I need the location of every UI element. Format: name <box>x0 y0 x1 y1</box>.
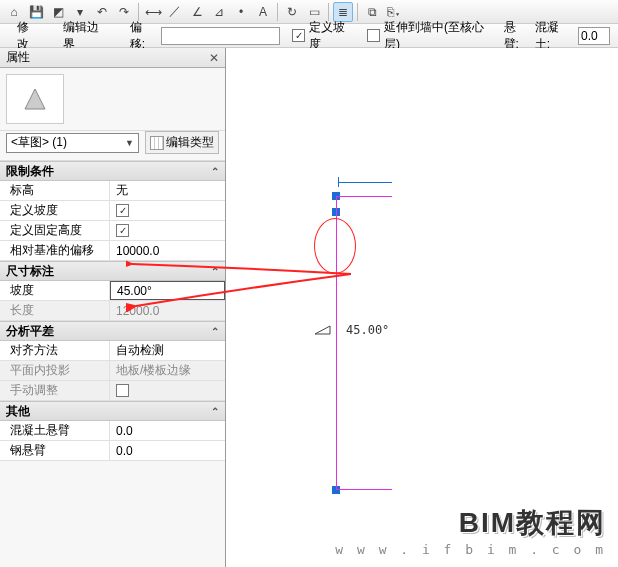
window-icon[interactable]: ⧉ <box>362 2 382 22</box>
dimension-text[interactable]: 9800.0 <box>338 166 392 180</box>
drawing-canvas[interactable]: 9800.0 45.00° BIM教程网 w w w . i f b i m .… <box>226 48 618 567</box>
slope-indicator-icon <box>315 324 331 334</box>
dimension-line[interactable] <box>338 182 392 183</box>
material-value-input[interactable] <box>578 27 610 45</box>
line-icon[interactable]: ／ <box>165 2 185 22</box>
options-bar: 修改 编辑边界 偏移: 定义坡度 延伸到墙中(至核心层) 悬臂: 混凝土: <box>0 24 618 48</box>
separator <box>277 3 278 21</box>
refresh-icon[interactable]: ↻ <box>282 2 302 22</box>
offset-input[interactable] <box>161 27 280 45</box>
separator <box>357 3 358 21</box>
watermark: BIM教程网 w w w . i f b i m . c o m <box>335 504 606 557</box>
text-icon[interactable]: A <box>253 2 273 22</box>
define-slope-checkbox[interactable] <box>292 29 305 42</box>
extend-wall-checkbox[interactable] <box>367 29 380 42</box>
dot-icon[interactable]: • <box>231 2 251 22</box>
angle-icon[interactable]: ∠ <box>187 2 207 22</box>
measure-icon[interactable]: ⊿ <box>209 2 229 22</box>
watermark-url: w w w . i f b i m . c o m <box>335 542 606 557</box>
annotation-ellipse <box>314 218 356 274</box>
watermark-title: BIM教程网 <box>335 504 606 542</box>
slope-value[interactable]: 45.00° <box>346 323 389 337</box>
